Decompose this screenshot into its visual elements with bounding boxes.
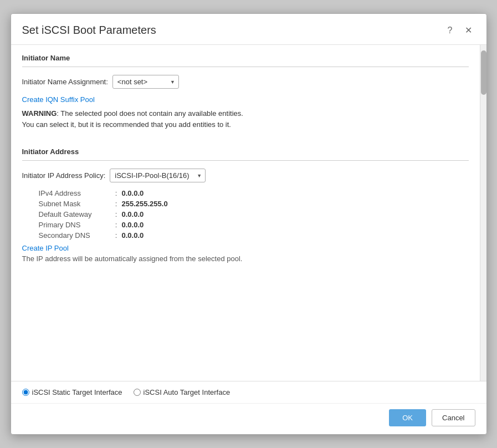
primary-dns-value: 0.0.0.0	[122, 221, 469, 229]
radio-static-target[interactable]: iSCSI Static Target Interface	[22, 388, 122, 396]
action-row: OK Cancel	[11, 403, 486, 434]
gateway-colon: :	[111, 210, 122, 218]
create-iqn-suffix-pool-link[interactable]: Create IQN Suffix Pool	[22, 95, 95, 104]
create-ip-pool-link[interactable]: Create IP Pool	[22, 244, 69, 252]
initiator-name-assignment-row: Initiator Name Assignment: <not set>Pool…	[22, 75, 469, 89]
initiator-ip-address-policy-select[interactable]: iSCSI-IP-Pool-B(16/16)Other Pool	[110, 169, 206, 182]
initiator-ip-address-policy-select-wrapper: iSCSI-IP-Pool-B(16/16)Other Pool	[110, 169, 206, 182]
radio-auto-target[interactable]: iSCSI Auto Target Interface	[134, 388, 230, 396]
scrollbar[interactable]	[480, 45, 486, 381]
secondary-dns-colon: :	[111, 231, 122, 240]
close-button[interactable]: ✕	[462, 24, 475, 37]
initiator-name-section-header: Initiator Name	[22, 45, 469, 67]
primary-dns-colon: :	[111, 221, 122, 229]
initiator-ip-address-policy-row: Initiator IP Address Policy: iSCSI-IP-Po…	[22, 169, 469, 182]
dialog-body: Initiator Name Initiator Name Assignment…	[11, 45, 486, 381]
subnet-mask-value: 255.255.255.0	[122, 200, 469, 208]
header-icons: ? ✕	[444, 24, 475, 37]
radio-auto-target-label: iSCSI Auto Target Interface	[144, 388, 230, 396]
radio-row: iSCSI Static Target Interface iSCSI Auto…	[22, 388, 475, 396]
ipv4-address-label: IPv4 Address	[39, 189, 111, 197]
warning-label: WARNING	[22, 109, 57, 118]
scrollbar-thumb	[481, 50, 486, 95]
default-gateway-value: 0.0.0.0	[122, 210, 469, 218]
warning-box: WARNING: The selected pool does not cont…	[22, 108, 469, 130]
initiator-address-section-header: Initiator Address	[22, 139, 469, 161]
radio-static-target-label: iSCSI Static Target Interface	[32, 388, 122, 396]
initiator-name-assignment-select[interactable]: <not set>PoolUser Defined	[112, 75, 179, 89]
radio-auto-target-input[interactable]	[134, 389, 141, 396]
dialog-title: Set iSCSI Boot Parameters	[22, 24, 156, 37]
ip-info-grid: IPv4 Address : 0.0.0.0 Subnet Mask : 255…	[39, 189, 469, 240]
initiator-name-assignment-select-wrapper: <not set>PoolUser Defined	[112, 75, 179, 89]
primary-dns-label: Primary DNS	[39, 221, 111, 229]
dialog-content: Initiator Name Initiator Name Assignment…	[11, 45, 480, 381]
dialog-footer: iSCSI Static Target Interface iSCSI Auto…	[11, 381, 486, 403]
subnet-mask-label: Subnet Mask	[39, 200, 111, 208]
ip-pool-info-text: The IP address will be automatically ass…	[22, 254, 469, 263]
initiator-ip-address-policy-label: Initiator IP Address Policy:	[22, 171, 106, 180]
radio-static-target-input[interactable]	[22, 389, 29, 396]
ipv4-colon: :	[111, 189, 122, 197]
dialog-header: Set iSCSI Boot Parameters ? ✕	[11, 14, 486, 45]
subnet-colon: :	[111, 200, 122, 208]
cancel-button[interactable]: Cancel	[432, 409, 475, 426]
help-button[interactable]: ?	[444, 24, 456, 37]
create-iqn-suffix-pool-row: Create IQN Suffix Pool	[22, 95, 469, 104]
ipv4-address-value: 0.0.0.0	[122, 189, 469, 197]
secondary-dns-value: 0.0.0.0	[122, 231, 469, 240]
default-gateway-label: Default Gateway	[39, 210, 111, 218]
secondary-dns-label: Secondary DNS	[39, 231, 111, 240]
dialog-set-iscsi-boot-parameters: Set iSCSI Boot Parameters ? ✕ Initiator …	[11, 13, 487, 435]
ok-button[interactable]: OK	[389, 409, 426, 426]
initiator-name-assignment-label: Initiator Name Assignment:	[22, 78, 108, 86]
create-ip-pool-row: Create IP Pool	[22, 244, 469, 252]
